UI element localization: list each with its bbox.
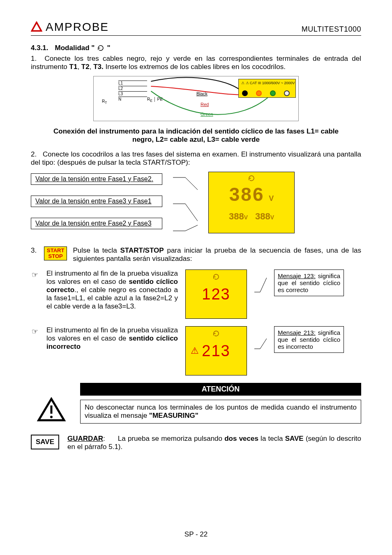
- lcd-v23: 388: [255, 211, 270, 221]
- save-row: SAVE GUARDAR: La prueba se memoriza puls…: [31, 435, 361, 451]
- stop-label: STOP: [47, 253, 64, 259]
- save-body-a: La prueba se memoriza pulsando: [118, 435, 224, 442]
- terminal-t3: T3.: [93, 63, 104, 71]
- connection-diagram-wrap: L1 L2 L3 N RT RE │ PE Black Red Green ⚠ …: [31, 76, 361, 123]
- lcd-123-display: 123: [185, 269, 247, 319]
- lcd-main-display: 386 V 388V 388V: [208, 172, 295, 233]
- result-incorrect-text: El instrumento al fin de la prueba visua…: [46, 326, 178, 351]
- voltage-labels-column: Valor de la tensión entre Fase1 y Fase2.…: [31, 172, 162, 229]
- lcd-213-value: 213: [202, 342, 230, 360]
- attention-body: No desconectar nunca los terminales de l…: [31, 397, 361, 426]
- step-3-text-b: START/STOP: [120, 246, 164, 254]
- section-title: 4.3.1. Modalidad " ": [31, 44, 361, 52]
- socket-t2-icon: [256, 90, 262, 96]
- sep1: ,: [77, 63, 81, 71]
- attention-text-a: No desconectar nunca los terminales de l…: [85, 403, 357, 419]
- voltage-block: Valor de la tensión entre Fase1 y Fase2.…: [31, 172, 361, 237]
- step-2-number: 2.: [31, 150, 41, 159]
- caption-line1b: L1= cable: [307, 127, 339, 135]
- result-correct-text: El instrumento al fin de la prueba visua…: [46, 269, 178, 311]
- wire-label-black: Black: [196, 91, 208, 96]
- save-label: GUARDAR: [67, 435, 103, 442]
- step-3-text-a: Pulse la tecla: [73, 246, 120, 254]
- connector-213: [254, 326, 267, 375]
- start-stop-button[interactable]: START STOP: [44, 246, 67, 260]
- caption-line2: negro, L2= cable azul, L3= cable verde: [132, 136, 260, 143]
- lcd-row2: 388V 388V: [229, 211, 274, 222]
- section-title-suffix: ": [107, 44, 110, 52]
- save-body-d: SAVE: [285, 435, 304, 442]
- lcd-u23: V: [270, 214, 274, 221]
- section-title-prefix: Modalidad ": [55, 44, 95, 52]
- socket-t4-icon: [284, 90, 290, 96]
- save-button[interactable]: SAVE: [31, 435, 59, 449]
- device-panel: ⚠ ⚠ CAT III 1000/600V ~ 2000V: [238, 79, 296, 98]
- connector-213-icon: [254, 326, 267, 375]
- brand-triangle-icon: [31, 21, 42, 33]
- page-header: AMPROBE MULTITEST1000: [31, 21, 361, 36]
- save-colon: :: [103, 435, 105, 442]
- lcd-213-warning-icon: ⚠: [191, 345, 199, 356]
- wire-label-red: Red: [201, 102, 209, 107]
- step-3-text: Pulse la tecla START/STOP para iniciar l…: [73, 246, 361, 263]
- wire-label-green: Green: [201, 112, 213, 117]
- connector-123-icon: [254, 269, 267, 319]
- connector-lines: [173, 172, 198, 237]
- pointing-hand-icon: ☞: [31, 270, 39, 279]
- connection-diagram: L1 L2 L3 N RT RE │ PE Black Red Green ⚠ …: [93, 76, 299, 121]
- brand-logo: AMPROBE: [31, 21, 109, 34]
- sep2: ,: [90, 63, 93, 71]
- page-footer: SP - 22: [0, 530, 392, 539]
- product-name: MULTITEST1000: [302, 25, 361, 34]
- socket-t3-icon: [270, 90, 276, 96]
- step-3-number: 3.: [31, 246, 38, 255]
- step-1-number: 1.: [31, 55, 41, 63]
- save-body-b: dos veces: [224, 435, 258, 442]
- attention-section: ATENCIÓN No desconectar nunca los termin…: [31, 383, 361, 426]
- lcd-123-cycle-icon: [212, 273, 220, 283]
- socket-t1-icon: [242, 90, 248, 96]
- lcd-big-value: 386: [229, 184, 265, 205]
- step-1-text-b: Inserte los extremos de los cables libre…: [104, 63, 286, 71]
- connector-123: [254, 269, 267, 319]
- label-v31: Valor de la tensión entre Fase3 y Fase1: [31, 196, 162, 207]
- device-warning-text: ⚠ ⚠ CAT III 1000/600V ~ 2000V: [241, 81, 295, 85]
- message-123-box: Mensaje 123: significa que el sentido cí…: [274, 269, 344, 296]
- label-v12-text: Valor de la tensión entre Fase1 y Fase2: [35, 175, 152, 182]
- cycle-icon: [97, 44, 104, 52]
- start-label: START: [47, 248, 64, 253]
- step-2-text: Conecte los cocodrilos a las tres fases …: [31, 150, 361, 166]
- lcd-v31: 388: [229, 211, 244, 221]
- lcd-big-unit: V: [269, 194, 274, 203]
- brand-text: AMPROBE: [46, 21, 109, 34]
- lcd-123-value: 123: [202, 286, 230, 303]
- step-2: 2. Conecte los cocodrilos a las tres fas…: [31, 150, 361, 167]
- message-213-box: Mensaje 213: significa que el sentido cí…: [274, 326, 344, 353]
- lcd-213-cycle-icon: [212, 330, 220, 339]
- result-correct-block: ☞ El instrumento al fin de la prueba vis…: [31, 269, 361, 319]
- lcd-cycle-icon: [248, 175, 255, 184]
- save-body: GUARDAR: La prueba se memoriza pulsando …: [67, 435, 361, 451]
- step-3: 3. START STOP Pulse la tecla START/STOP …: [31, 246, 361, 263]
- step-1: 1. Conecte los tres cables negro, rejo y…: [31, 55, 361, 71]
- label-v23: Valor de la tensión entre Fase2 y Fase3: [31, 218, 162, 229]
- caption-line1a: Conexión del instrumento para la indicac…: [53, 127, 307, 135]
- save-body-c: la tecla: [258, 435, 285, 442]
- attention-warning-icon: [31, 397, 72, 426]
- terminal-t2: T2: [81, 63, 90, 71]
- attention-text: No desconectar nunca los terminales de l…: [80, 400, 361, 424]
- attention-text-b: "MEASURING": [149, 412, 198, 419]
- attention-title: ATENCIÓN: [80, 383, 361, 396]
- lcd-u31: V: [244, 214, 248, 221]
- terminal-t1: T1: [69, 63, 78, 71]
- result-incorrect-block: ☞ El instrumento al fin de la prueba vis…: [31, 326, 361, 375]
- svg-point-1: [50, 416, 53, 418]
- msg-123-title: Mensaje 123:: [278, 272, 316, 279]
- diagram-caption: Conexión del instrumento para la indicac…: [47, 127, 345, 144]
- msg-213-title: Mensaje 213:: [278, 329, 316, 336]
- label-v12: Valor de la tensión entre Fase1 y Fase2.: [31, 173, 162, 185]
- pointing-hand-icon-2: ☞: [31, 327, 39, 336]
- lcd-213-display: ⚠ 213: [185, 326, 247, 375]
- connector-lines-icon: [173, 172, 198, 237]
- section-number: 4.3.1.: [31, 44, 48, 52]
